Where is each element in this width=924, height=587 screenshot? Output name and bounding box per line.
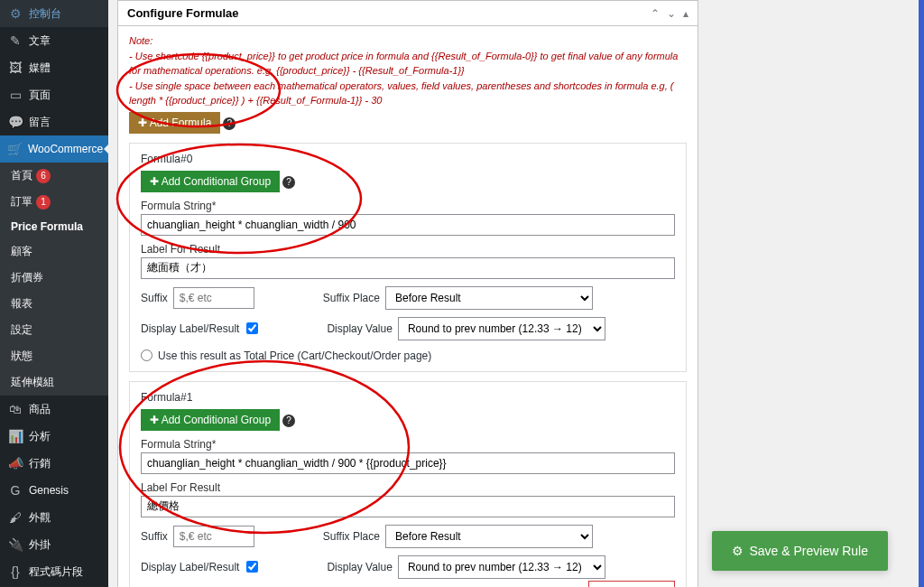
right-edge-bar (919, 0, 924, 587)
formula-string-label: Formula String* (141, 438, 675, 451)
sidebar-item-label: 外掛 (29, 537, 51, 553)
add-conditional-group-button[interactable]: ✚ Add Conditional Group (141, 409, 280, 431)
sidebar-item-5[interactable]: 🛒WooCommerce (0, 135, 108, 163)
sidebar-item-label: Genesis (29, 484, 69, 497)
sidebar-item-label: 留言 (29, 115, 51, 130)
move-up-icon[interactable]: ⌃ (651, 7, 660, 20)
gear-icon: ⚙ (732, 544, 744, 558)
display-value-label: Display Value (327, 561, 392, 573)
sidebar-item-4[interactable]: 💬留言 (0, 108, 108, 135)
sidebar-item-label: 頁面 (29, 88, 51, 103)
display-value-select[interactable]: Round to prev number (12.33 → 12) (398, 317, 605, 340)
formula-block-1: Formula#1✚ Add Conditional Group?Formula… (129, 381, 687, 588)
formula-block-0: Formula#0✚ Add Conditional Group?Formula… (129, 143, 687, 372)
sidebar-sub-7[interactable]: 狀態 (0, 343, 108, 369)
display-label-result-checkbox[interactable] (246, 322, 258, 334)
plus-icon: ✚ (150, 414, 162, 426)
sidebar-sub-0[interactable]: 首頁6 (0, 163, 108, 189)
sidebar-item-label: 商品 (29, 402, 51, 417)
suffix-input[interactable] (173, 287, 254, 309)
help-icon[interactable]: ? (282, 415, 295, 427)
sidebar-sub-label: 延伸模組 (11, 375, 54, 390)
sidebar-sub-4[interactable]: 折價券 (0, 265, 108, 291)
menu-icon: 🛒 (7, 141, 23, 157)
menu-icon: 💬 (7, 114, 23, 130)
add-formula-button[interactable]: ✚ Add Formula (129, 112, 220, 134)
sidebar-sub-2[interactable]: Price Formula (0, 215, 108, 238)
sidebar-item-0[interactable]: ⚙控制台 (0, 0, 108, 27)
sidebar-item-label: 程式碼片段 (29, 564, 83, 580)
label-for-result-label: Label For Result (141, 243, 675, 256)
display-value-select[interactable]: Round to prev number (12.33 → 12) (398, 555, 605, 579)
suffix-place-label: Suffix Place (323, 530, 380, 543)
sidebar-sub-label: 設定 (11, 322, 32, 338)
sidebar-sub-3[interactable]: 顧客 (0, 238, 108, 265)
menu-icon: 🛍 (7, 401, 23, 417)
total-price-radio[interactable] (141, 349, 152, 361)
menu-icon: 📣 (7, 455, 23, 471)
formula-string-input[interactable] (141, 452, 675, 474)
label-for-result-label: Label For Result (141, 481, 675, 494)
sidebar-sub-6[interactable]: 設定 (0, 317, 108, 343)
sidebar-sub-5[interactable]: 報表 (0, 291, 108, 317)
sidebar-item-11[interactable]: 🔌外掛 (0, 531, 108, 558)
formula-string-label: Formula String* (141, 200, 675, 212)
admin-sidebar: ⚙控制台✎文章🖾媒體▭頁面💬留言🛒WooCommerce首頁6訂單1Price … (0, 0, 108, 587)
sidebar-item-label: 行銷 (29, 456, 51, 471)
suffix-input[interactable] (173, 526, 254, 547)
configure-formulae-metabox: Configure Formulae ⌃ ⌄ ▴ Note: - Use sho… (117, 0, 698, 587)
sidebar-item-6[interactable]: 🛍商品 (0, 396, 108, 423)
sidebar-item-10[interactable]: 🖌外觀 (0, 504, 108, 531)
label-for-result-input[interactable] (141, 496, 675, 517)
suffix-place-label: Suffix Place (323, 292, 380, 304)
menu-icon: 🖌 (7, 509, 23, 526)
sidebar-sub-label: 狀態 (11, 349, 32, 364)
menu-icon: G (7, 482, 23, 498)
sidebar-item-8[interactable]: 📣行銷 (0, 450, 108, 477)
suffix-label: Suffix (141, 292, 168, 304)
add-conditional-group-button[interactable]: ✚ Add Conditional Group (141, 171, 280, 192)
menu-icon: 🖾 (7, 60, 23, 76)
sidebar-sub-label: 首頁 (11, 168, 32, 183)
menu-icon: 🔌 (7, 536, 23, 553)
label-for-result-input[interactable] (141, 257, 675, 279)
sidebar-sub-label: 顧客 (11, 244, 32, 259)
sidebar-item-2[interactable]: 🖾媒體 (0, 54, 108, 81)
help-icon[interactable]: ? (223, 117, 236, 130)
display-value-label: Display Value (327, 322, 392, 335)
sidebar-sub-label: 報表 (11, 296, 32, 312)
save-preview-rule-button[interactable]: ⚙Save & Preview Rule (712, 531, 888, 571)
menu-icon: ⚙ (7, 5, 23, 22)
display-label-result-label: Display Label/Result (141, 322, 239, 335)
suffix-place-select[interactable]: Before Result (385, 525, 593, 548)
sidebar-sub-label: Price Formula (11, 220, 83, 233)
total-price-label: Use this result as Total Price (Cart/Che… (158, 349, 431, 362)
sidebar-sub-1[interactable]: 訂單1 (0, 189, 108, 215)
count-badge: 1 (36, 195, 51, 210)
move-down-icon[interactable]: ⌄ (667, 7, 676, 20)
count-badge: 6 (36, 169, 51, 183)
formula-title: Formula#0 (141, 153, 675, 165)
sidebar-item-label: 外觀 (29, 510, 51, 526)
sidebar-item-3[interactable]: ▭頁面 (0, 81, 108, 108)
note-head: Note: (129, 33, 687, 49)
metabox-title: Configure Formulae (127, 6, 239, 20)
delete-step-button[interactable]: Delete Step 🗑 (588, 581, 675, 588)
sidebar-item-12[interactable]: {}程式碼片段 (0, 558, 108, 585)
sidebar-item-9[interactable]: GGenesis (0, 477, 108, 504)
suffix-place-select[interactable]: Before Result (385, 286, 593, 310)
note-line-2: - Use single space between each mathemat… (129, 79, 687, 108)
sidebar-sub-label: 折價券 (11, 270, 43, 285)
sidebar-sub-8[interactable]: 延伸模組 (0, 369, 108, 396)
formula-string-input[interactable] (141, 214, 675, 236)
sidebar-item-7[interactable]: 📊分析 (0, 423, 108, 450)
plus-icon: ✚ (150, 175, 162, 188)
display-label-result-checkbox[interactable] (246, 561, 258, 573)
sidebar-item-label: 控制台 (29, 6, 61, 22)
help-icon[interactable]: ? (282, 176, 295, 189)
display-label-result-label: Display Label/Result (141, 561, 239, 573)
sidebar-item-1[interactable]: ✎文章 (0, 27, 108, 54)
sidebar-item-label: WooCommerce (28, 143, 103, 155)
sidebar-sub-label: 訂單 (11, 194, 32, 210)
collapse-icon[interactable]: ▴ (683, 7, 688, 20)
